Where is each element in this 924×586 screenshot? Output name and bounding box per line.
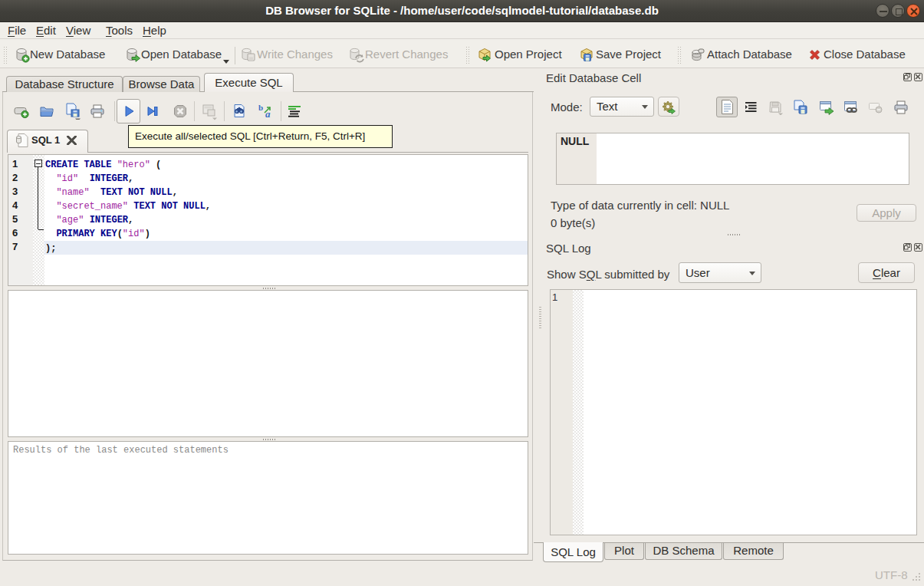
svg-text:b: b xyxy=(258,103,263,112)
